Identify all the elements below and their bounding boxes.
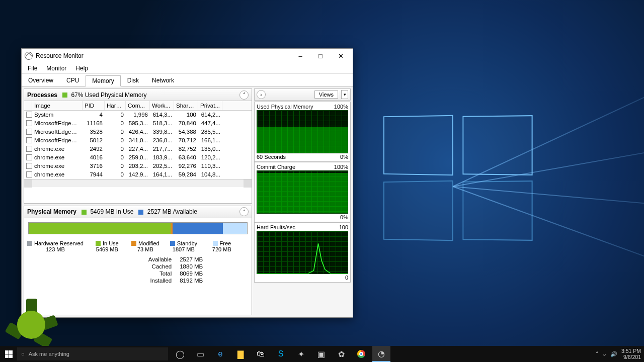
- checkbox[interactable]: [26, 154, 32, 160]
- chart-commit-charge: Commit Charge100% 0%: [254, 162, 351, 222]
- processes-panel: Processes 67% Used Physical Memory ˄ Ima…: [24, 88, 252, 204]
- checkbox[interactable]: [26, 171, 32, 177]
- checkbox[interactable]: [26, 112, 32, 118]
- menu-help[interactable]: Help: [71, 64, 92, 73]
- table-row[interactable]: MicrosoftEdgeCP.exe111680 595,3...518,3.…: [24, 119, 252, 128]
- charts-views-row: › Views ▾: [254, 88, 351, 101]
- maximize-button[interactable]: □: [314, 51, 327, 61]
- resource-monitor-window: Resource Monitor – □ ✕ File Monitor Help…: [21, 48, 353, 318]
- search-box[interactable]: ○ Ask me anything: [17, 347, 168, 360]
- clock[interactable]: 3:51 PM 9/6/201: [621, 348, 641, 360]
- table-row[interactable]: chrome.exe24920 227,4...217,7...82,75213…: [24, 145, 252, 153]
- mem-badge-icon: [62, 93, 67, 98]
- search-placeholder: Ask me anything: [29, 351, 69, 357]
- memory-bar: [28, 222, 248, 234]
- app-icon-1[interactable]: ✦: [292, 346, 310, 362]
- processes-header[interactable]: Processes 67% Used Physical Memory ˄: [24, 89, 252, 101]
- store-icon[interactable]: 🛍: [252, 346, 270, 362]
- chevron-up-icon[interactable]: ˄: [239, 90, 249, 100]
- checkbox[interactable]: [26, 163, 32, 169]
- search-icon: ○: [21, 351, 25, 357]
- physmem-header[interactable]: Physical Memory 5469 MB In Use 2527 MB A…: [24, 206, 252, 218]
- processes-title: Processes: [27, 92, 57, 99]
- app-icon-2[interactable]: ▣: [312, 346, 330, 362]
- windows-icon: [5, 350, 13, 358]
- legend-item: Free720 MB: [207, 240, 236, 252]
- skype-icon[interactable]: S: [272, 346, 290, 362]
- menubar: File Monitor Help: [22, 63, 353, 74]
- physmem-inuse: 5469 MB In Use: [90, 208, 133, 215]
- tray-network-icon[interactable]: ⌵: [603, 351, 606, 357]
- physmem-title: Physical Memory: [27, 208, 76, 215]
- close-button[interactable]: ✕: [335, 51, 347, 61]
- memory-legend: Hardware Reserved123 MBIn Use5469 MBModi…: [24, 238, 252, 255]
- tab-disk[interactable]: Disk: [121, 75, 145, 86]
- avail-badge-icon: [138, 210, 143, 215]
- legend-item: Standby1807 MB: [169, 240, 198, 252]
- window-title: Resource Monitor: [36, 52, 294, 59]
- horizontal-scrollbar[interactable]: [24, 179, 252, 187]
- table-header[interactable]: Image PID Hard ... Com... Work... Share.…: [24, 101, 252, 111]
- memory-stats: Available2527 MBCached1880 MBTotal8069 M…: [24, 255, 252, 288]
- titlebar[interactable]: Resource Monitor – □ ✕: [22, 49, 353, 63]
- chrome-icon[interactable]: [352, 346, 370, 362]
- desktop-widget-icon: [7, 301, 55, 349]
- resource-monitor-taskbar-icon[interactable]: ◔: [372, 346, 390, 362]
- task-view-icon[interactable]: ▭: [191, 346, 209, 362]
- legend-item: Modified73 MB: [131, 240, 160, 252]
- table-row[interactable]: System40 1,996614,3...100614,2...: [24, 111, 252, 119]
- tabs: Overview CPU Memory Disk Network: [22, 74, 353, 86]
- tray-volume-icon[interactable]: 🔊: [610, 351, 617, 357]
- physmem-avail: 2527 MB Available: [147, 208, 197, 215]
- app-icon: [25, 52, 33, 60]
- file-explorer-icon[interactable]: ▇: [231, 346, 250, 362]
- chevron-up-icon[interactable]: ˄: [239, 207, 249, 216]
- checkbox[interactable]: [26, 120, 32, 126]
- chart-used-physical-memory: Used Physical Memory100% 60 Seconds0%: [254, 102, 351, 162]
- legend-item: Hardware Reserved123 MB: [27, 240, 84, 252]
- checkbox[interactable]: [26, 146, 32, 152]
- inuse-badge-icon: [82, 210, 87, 215]
- chart-hard-faults-sec: Hard Faults/sec100 0: [254, 222, 351, 283]
- table-row[interactable]: chrome.exe37160 203,2...202,5...92,27611…: [24, 162, 252, 170]
- checkbox[interactable]: [26, 137, 32, 143]
- views-dropdown-icon[interactable]: ▾: [341, 90, 348, 99]
- taskbar: ○ Ask me anything ◯ ▭ e ▇ 🛍 S ✦ ▣ ✿ ◔ ˄ …: [0, 346, 644, 362]
- tab-cpu[interactable]: CPU: [60, 75, 86, 86]
- table-row[interactable]: chrome.exe40160 259,0...183,9...63,64012…: [24, 153, 252, 162]
- checkbox[interactable]: [26, 129, 32, 135]
- table-row[interactable]: MicrosoftEdgeCP.exe50120 341,0...236,8..…: [24, 136, 252, 145]
- menu-file[interactable]: File: [24, 64, 41, 73]
- tab-overview[interactable]: Overview: [22, 75, 60, 86]
- start-button[interactable]: [0, 346, 17, 362]
- minimize-button[interactable]: –: [294, 51, 306, 61]
- tray-chevron-icon[interactable]: ˄: [596, 351, 599, 357]
- cortana-mic-icon[interactable]: ◯: [171, 346, 189, 362]
- menu-monitor[interactable]: Monitor: [42, 64, 70, 73]
- processes-summary: 67% Used Physical Memory: [71, 92, 146, 99]
- edge-icon[interactable]: e: [211, 346, 229, 362]
- views-button[interactable]: Views: [314, 90, 338, 99]
- chevron-right-icon[interactable]: ›: [257, 90, 266, 99]
- tab-network[interactable]: Network: [145, 75, 181, 86]
- table-row[interactable]: chrome.exe79440 142,9...164,1...59,28410…: [24, 170, 252, 179]
- physical-memory-panel: Physical Memory 5469 MB In Use 2527 MB A…: [24, 206, 252, 315]
- processes-table: Image PID Hard ... Com... Work... Share.…: [24, 101, 252, 203]
- legend-item: In Use5469 MB: [93, 240, 122, 252]
- tab-memory[interactable]: Memory: [86, 75, 120, 86]
- app-icon-3[interactable]: ✿: [332, 346, 350, 362]
- table-row[interactable]: MicrosoftEdgeCP.exe35280 426,4...339,8..…: [24, 128, 252, 136]
